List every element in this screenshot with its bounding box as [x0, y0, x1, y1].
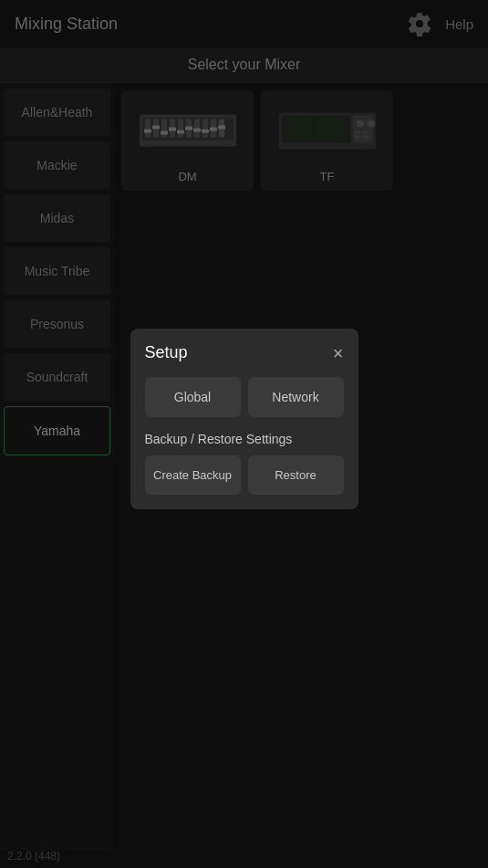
restore-button[interactable]: Restore [248, 455, 344, 495]
create-backup-button[interactable]: Create Backup [145, 455, 241, 495]
modal-overlay: Setup × Global Network Backup / Restore … [0, 0, 488, 868]
modal-header: Setup × [145, 343, 344, 362]
backup-section-title: Backup / Restore Settings [145, 432, 344, 446]
modal-title: Setup [145, 343, 188, 362]
tab-network[interactable]: Network [248, 377, 344, 417]
modal-tabs: Global Network [145, 377, 344, 417]
modal-actions: Create Backup Restore [145, 455, 344, 495]
tab-global[interactable]: Global [145, 377, 241, 417]
modal-close-button[interactable]: × [333, 344, 344, 362]
setup-modal: Setup × Global Network Backup / Restore … [130, 329, 358, 509]
